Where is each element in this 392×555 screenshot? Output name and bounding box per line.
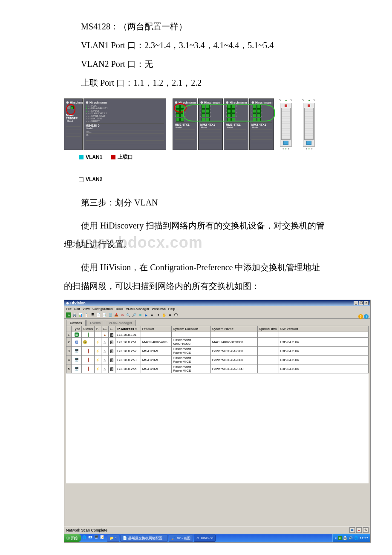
tb-icon[interactable]: ⊕	[66, 312, 71, 318]
device-diagram: Hirschmann 12 MM4-228/SFP Model Hirsc	[64, 98, 328, 185]
task-label: 1	[115, 536, 117, 540]
col-name[interactable]: System Name	[210, 326, 257, 332]
cell-version	[279, 332, 368, 338]
maximize-button[interactable]: ❐	[359, 301, 363, 305]
device-rack-1: ↖●↖ ●●●	[279, 98, 293, 150]
cell-info	[257, 347, 279, 356]
col-type[interactable]: Type	[72, 326, 82, 332]
close-button[interactable]: ✕	[364, 301, 369, 305]
text-line-1: MS4128：（两台配置一样）	[64, 17, 328, 36]
table-row	[175, 140, 195, 143]
table-row[interactable]: 5🖥️⚡△✕172.16.8.255MS4128-5Hirschmann Pow…	[66, 364, 369, 373]
cell-product: MS4128-5	[141, 364, 171, 373]
menu-tools[interactable]: Tools	[115, 307, 123, 311]
menu-file[interactable]: File	[66, 307, 72, 311]
system-tray: « ⊕ 🖨️ 🔊 🌐 11:27	[332, 534, 370, 542]
col-location[interactable]: System Location	[171, 326, 210, 332]
ql-icon[interactable]: 📧	[88, 535, 93, 541]
table-row[interactable]: 4🖥️⚡△✕172.16.8.253MS4128-5Hirschmann Pow…	[66, 356, 369, 364]
print-icon[interactable]: 🖨️	[72, 312, 77, 318]
cell-ip: 172.16.8.255	[115, 364, 141, 373]
menu-view[interactable]: View	[83, 307, 90, 311]
cell-l: ✕	[108, 338, 115, 347]
col-p[interactable]: P..	[95, 326, 101, 332]
table-row[interactable]: 1▦▲✕172.16.8.101	[66, 332, 369, 338]
col-product[interactable]: Product	[141, 326, 171, 332]
play-icon[interactable]: ▶	[144, 312, 149, 318]
tb-icon[interactable]: ❄	[138, 312, 143, 318]
tray-icon[interactable]: 🖨️	[343, 536, 347, 540]
col-e[interactable]: E..	[101, 326, 109, 332]
device-model-label: MM3-4TX1	[226, 123, 246, 126]
trash-icon[interactable]: 🗑️	[108, 312, 113, 318]
clock[interactable]: 11:27	[360, 536, 368, 540]
brand-label: Hirschmann	[66, 101, 81, 104]
cell-name: PowerMICE-8A2B00	[210, 364, 257, 373]
taskbar-item[interactable]: ⊕HiVision	[194, 535, 216, 542]
tb-icon[interactable]: 📑	[102, 312, 107, 318]
paragraph-1: 使用 HiDiscovery 扫描到网络内所有的交换机设备，对交换机的管理地址进…	[64, 216, 328, 254]
cell-e: △	[101, 347, 109, 356]
device-model-label: MM2-4TX1	[200, 123, 221, 126]
table-row[interactable]: 3🖥️⚡△✕172.16.8.252MS4128-5Hirschmann Pow…	[66, 347, 369, 356]
tray-icon[interactable]: 🔊	[349, 536, 353, 540]
tab-vlan-manager[interactable]: VLAN-Manager	[105, 320, 136, 326]
stop-icon[interactable]: ■	[150, 312, 155, 318]
cell-location	[171, 332, 210, 338]
col-l[interactable]: L..	[108, 326, 115, 332]
info-icon[interactable]: i	[364, 314, 369, 319]
tb-icon[interactable]: 🖵	[173, 312, 179, 318]
tb-icon[interactable]: 📊	[78, 312, 83, 318]
ql-icon[interactable]: 🌐	[82, 535, 87, 541]
table-row	[66, 130, 81, 133]
col-status[interactable]: Status	[82, 326, 95, 332]
legend-label: VLAN2	[86, 176, 102, 182]
tb-icon[interactable]: 📥	[114, 312, 119, 318]
col-rownum[interactable]	[66, 326, 72, 332]
tb-icon[interactable]: ✋	[161, 312, 167, 318]
col-info[interactable]: Special Info	[257, 326, 279, 332]
tb-icon[interactable]: 🖷	[167, 312, 173, 318]
legend-vlan2: VLAN2	[79, 176, 102, 182]
table-row[interactable]: 2✕☺⚡△✕172.16.8.251MACH4002-48GHirschmann…	[66, 338, 369, 347]
ql-icon[interactable]: 📝	[100, 535, 105, 541]
taskbar-item[interactable]: 📁1	[107, 535, 119, 542]
tab-events[interactable]: Events	[86, 320, 104, 326]
status-icon[interactable]: ▲	[356, 527, 362, 533]
device-panel-tx2: Hirschmann 1234 1234 MM2-4TX1 Model	[198, 98, 223, 150]
led-line: ● ● ● SELECT	[86, 120, 164, 122]
tb-icon[interactable]: ≣	[90, 312, 95, 318]
brand-label: Hirschmann	[226, 101, 246, 104]
menu-windows[interactable]: Windows	[152, 307, 165, 311]
tray-icon[interactable]: 🌐	[354, 536, 358, 540]
search-icon[interactable]: 🔍	[126, 312, 131, 318]
tb-icon[interactable]: 📄	[96, 312, 101, 318]
tb-icon[interactable]: 📋	[84, 312, 89, 318]
col-ip[interactable]: IP Address ▽	[115, 326, 141, 332]
cell-name	[210, 332, 257, 338]
menu-configuration[interactable]: Configuration	[92, 307, 113, 311]
taskbar-item[interactable]: 🖌️02 - 画图	[169, 535, 193, 542]
start-button[interactable]: ⊞ 开始	[64, 534, 81, 542]
device-panel-left-2: Hirschmann ● ● ● PLUG ● ● ● RELAY1/FAULT…	[84, 98, 166, 150]
status-icon[interactable]: ⇄	[349, 527, 355, 533]
device-model-label: MM2-4TX1	[175, 123, 195, 126]
tray-icon[interactable]: ⊕	[338, 536, 342, 540]
status-icon[interactable]: ✎	[363, 527, 369, 533]
table-row	[200, 133, 221, 136]
taskbar-item[interactable]: 📄赫斯曼交换机网络配置...	[120, 535, 168, 542]
menu-edit[interactable]: Edit	[74, 307, 80, 311]
minimize-button[interactable]: _	[354, 301, 358, 305]
menu-vlan-manager[interactable]: VLAN-Manager	[126, 307, 149, 311]
ql-icon[interactable]: 🖥️	[94, 535, 99, 541]
stop-icon[interactable]: ⊘	[120, 312, 125, 318]
menu-help[interactable]: Help	[168, 307, 175, 311]
tb-icon[interactable]: 🔎	[132, 312, 137, 318]
help-icon[interactable]: ?	[358, 314, 363, 319]
tray-icon[interactable]: «	[335, 537, 337, 540]
row-number: 4	[66, 356, 72, 364]
tab-devices[interactable]: Devices	[66, 320, 86, 326]
col-version[interactable]: SW Version	[279, 326, 368, 332]
start-label: 开始	[71, 536, 78, 541]
tb-icon[interactable]: 🕽	[156, 312, 161, 318]
